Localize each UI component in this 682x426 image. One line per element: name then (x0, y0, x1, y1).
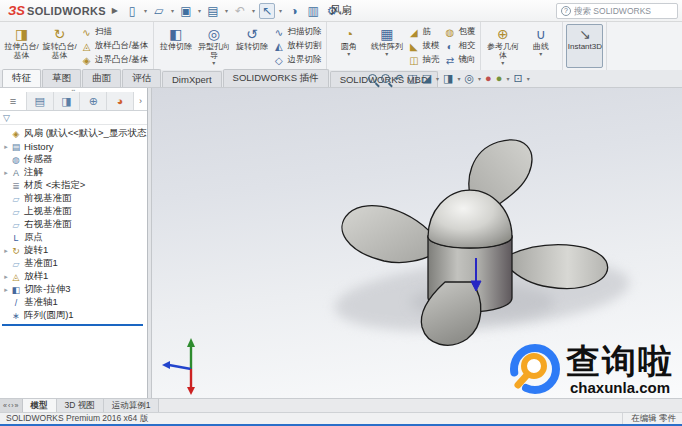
tab-草图[interactable]: 草图 (42, 69, 81, 87)
tree-item[interactable]: ▱上视基准面 (0, 205, 147, 218)
boundary-cut-button[interactable]: ◇边界切除 (273, 54, 321, 67)
intersect-button[interactable]: ◐相交 (444, 40, 475, 53)
search-box[interactable]: ? (556, 3, 678, 19)
configurationmanager-tab[interactable]: ◨ (54, 92, 81, 110)
dropdown-arrow-icon[interactable]: ▾ (198, 7, 201, 14)
curves-button[interactable]: ∪曲线▾ (522, 24, 559, 68)
expand-arrow-icon[interactable]: ▸ (2, 169, 10, 177)
fillet-button[interactable]: ◔圆角▾ (330, 24, 367, 68)
expand-arrow-icon[interactable]: ▸ (2, 143, 10, 151)
save-icon[interactable]: ▣ (178, 3, 194, 19)
tree-item[interactable]: ▱前视基准面 (0, 192, 147, 205)
tree-item[interactable]: ▱右视基准面 (0, 218, 147, 231)
tree-item[interactable]: ▸◧切除-拉伸3 (0, 283, 147, 296)
boundary-boss-button[interactable]: ◈边界凸台/基体 (81, 54, 148, 67)
view-orientation-icon[interactable]: ◪ (422, 72, 432, 84)
dropdown-arrow-icon[interactable]: ▾ (144, 7, 147, 14)
display-style-icon[interactable]: ◨ (443, 72, 453, 84)
tree-item[interactable]: ◈风扇 (默认<<默认>_显示状态 1>) (0, 127, 147, 140)
options-sheet-icon[interactable]: ▥ (305, 3, 321, 19)
settings-gear-icon[interactable]: ⚙ (324, 3, 340, 19)
tree-item[interactable]: ◍传感器 (0, 153, 147, 166)
bottom-tab-运动算例1[interactable]: 运动算例1 (104, 399, 160, 412)
propertymanager-tab[interactable]: ▤ (27, 92, 54, 110)
dimxpertmanager-tab[interactable]: ⊕ (80, 92, 107, 110)
panel-tabs-overflow[interactable]: › (134, 92, 147, 110)
tab-navigation-arrows[interactable]: «‹›» (0, 399, 23, 412)
expand-arrow-icon[interactable]: ▸ (2, 247, 10, 255)
zoom-to-area-icon[interactable] (381, 74, 390, 83)
lofted-cut-button[interactable]: ◭放样切割 (273, 40, 321, 53)
wrap-button[interactable]: ◍包覆 (444, 26, 475, 39)
expand-arrow-icon[interactable]: ▸ (2, 286, 10, 294)
tree-item[interactable]: ▸◬放样1 (0, 270, 147, 283)
displaymanager-tab[interactable]: ◕ (107, 92, 134, 110)
dropdown-arrow-icon[interactable]: ▾ (252, 7, 255, 14)
select-cursor-icon[interactable]: ↖ (259, 3, 275, 19)
tree-filter-row[interactable]: ▽ (0, 111, 147, 125)
tree-item[interactable]: /基准轴1 (0, 296, 147, 309)
print-icon[interactable]: ▤ (205, 3, 221, 19)
dropdown-arrow-icon[interactable]: ▾ (527, 75, 530, 82)
tree-item[interactable]: L原点 (0, 231, 147, 244)
linear-pattern-button[interactable]: ▦线性阵列▾ (368, 24, 405, 68)
tree-item[interactable]: ▸A注解 (0, 166, 147, 179)
expand-arrow-icon[interactable]: ▸ (2, 273, 10, 281)
revolve-boss-button[interactable]: ↻旋转凸台/基体 (41, 24, 78, 68)
dropdown-arrow-icon[interactable]: ▾ (385, 51, 388, 57)
draft-button[interactable]: ◣拔模 (408, 40, 439, 53)
featuremanager-tree-tab[interactable]: ≡ (0, 92, 27, 110)
dropdown-arrow-icon[interactable]: ▾ (347, 51, 350, 57)
view-settings-icon[interactable]: ⊡ (513, 72, 522, 84)
tab-nav-arrow-icon[interactable]: ‹ (8, 402, 10, 409)
mirror-button[interactable]: ⇄镜向 (444, 54, 475, 67)
bottom-tab-3d-视图[interactable]: 3D 视图 (57, 399, 104, 412)
hole-wizard-button[interactable]: ◎异型孔向导▾ (195, 24, 232, 68)
zoom-to-fit-icon[interactable] (368, 74, 377, 83)
dropdown-arrow-icon[interactable]: ▾ (279, 7, 282, 14)
section-view-icon[interactable]: ◫ (407, 72, 417, 84)
tab-评估[interactable]: 评估 (122, 69, 161, 87)
tree-item[interactable]: ∗阵列(圆周)1 (0, 309, 147, 322)
reference-geometry-button[interactable]: ⊕参考几何体▾ (484, 24, 521, 68)
tree-item[interactable]: ▸↻旋转1 (0, 244, 147, 257)
tab-nav-arrow-icon[interactable]: » (15, 402, 19, 409)
extrude-boss-button[interactable]: ◨拉伸凸台/基体 (3, 24, 40, 68)
swept-boss-button[interactable]: ∿扫描 (81, 26, 148, 39)
tab-solidworks-插件[interactable]: SOLIDWORKS 插件 (223, 69, 329, 87)
hide-show-items-icon[interactable]: ◎ (464, 72, 474, 84)
bottom-tab-模型[interactable]: 模型 (23, 399, 57, 412)
dropdown-arrow-icon[interactable]: ▾ (501, 60, 504, 66)
tab-dimxpert[interactable]: DimXpert (162, 71, 222, 87)
new-document-icon[interactable]: ▯ (124, 3, 140, 19)
tree-item[interactable]: ▸▤History (0, 140, 147, 153)
edit-appearance-icon[interactable]: ● (485, 72, 492, 84)
tab-曲面[interactable]: 曲面 (82, 69, 121, 87)
undo-icon[interactable]: ↶ (232, 3, 248, 19)
extrude-cut-button[interactable]: ◧拉伸切除 (157, 24, 194, 68)
dropdown-arrow-icon[interactable]: ▾ (436, 75, 439, 82)
dropdown-arrow-icon[interactable]: ▾ (457, 75, 460, 82)
open-icon[interactable]: ▱ (151, 3, 167, 19)
dropdown-arrow-icon[interactable]: ▾ (344, 7, 347, 14)
tab-nav-arrow-icon[interactable]: › (11, 402, 13, 409)
tab-nav-arrow-icon[interactable]: « (3, 402, 7, 409)
toolbar-flyout-arrow[interactable]: ▶ (112, 6, 118, 15)
rib-button[interactable]: ◢筋 (408, 26, 439, 39)
appearance-icon[interactable]: ◑ (286, 3, 302, 19)
dropdown-arrow-icon[interactable]: ▾ (539, 51, 542, 57)
rollback-bar[interactable] (2, 324, 143, 326)
revolve-cut-button[interactable]: ↺旋转切除 (233, 24, 270, 68)
search-input[interactable] (574, 6, 673, 16)
instant3d-button[interactable]: ↘Instant3D (566, 24, 603, 68)
dropdown-arrow-icon[interactable]: ▾ (225, 7, 228, 14)
filter-funnel-icon[interactable]: ▽ (3, 113, 10, 123)
previous-view-icon[interactable]: ↶ (394, 72, 403, 84)
swept-cut-button[interactable]: ∿扫描切除 (273, 26, 321, 39)
help-icon[interactable]: ? (561, 6, 571, 16)
dropdown-arrow-icon[interactable]: ▾ (212, 60, 215, 66)
dropdown-arrow-icon[interactable]: ▾ (171, 7, 174, 14)
tree-item[interactable]: ▱基准面1 (0, 257, 147, 270)
dropdown-arrow-icon[interactable]: ▾ (478, 75, 481, 82)
lofted-boss-button[interactable]: ◬放样凸台/基体 (81, 40, 148, 53)
